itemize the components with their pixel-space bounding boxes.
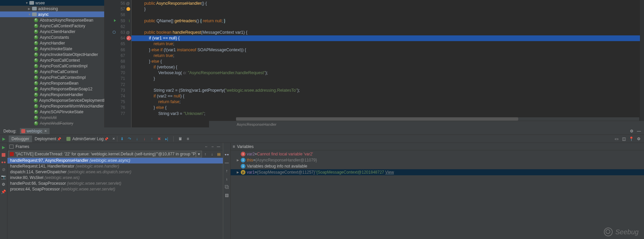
- rerun-button[interactable]: ▶: [0, 137, 7, 141]
- tree-class-item[interactable]: AsyncConstants: [0, 34, 104, 40]
- get-thread-dump-icon[interactable]: 📷: [1, 175, 6, 179]
- new-watch-icon[interactable]: 👓: [225, 152, 229, 157]
- expand-icon[interactable]: ▶: [237, 157, 241, 163]
- tree-class-item[interactable]: AsyncInvokeState: [0, 46, 104, 52]
- run-config-tab[interactable]: weblogic ✕: [20, 128, 50, 134]
- code-line[interactable]: Verbose.log( o: "AsyncResponseHandler.ha…: [131, 70, 644, 76]
- force-step-into-icon[interactable]: ↓: [142, 136, 147, 142]
- close-icon[interactable]: ✕: [112, 137, 115, 141]
- tree-class-item[interactable]: AsyncResponseBean: [0, 80, 104, 86]
- code-line[interactable]: String var3 = "Unknown";: [131, 111, 644, 117]
- layout-icon[interactable]: ▭: [614, 136, 619, 142]
- breakpoint-verified-icon[interactable]: [126, 36, 131, 40]
- code-line[interactable]: return false;: [131, 99, 644, 105]
- stack-frame-row[interactable]: handleRequest:97, AsyncResponseHandler (…: [7, 158, 223, 163]
- tree-class-item[interactable]: AsyncResponseServiceDeploymentListener: [0, 97, 104, 103]
- duplicate-watch-icon[interactable]: ⿻: [225, 185, 229, 189]
- tree-class-item[interactable]: AsyncPostCallContext: [0, 57, 104, 63]
- step-into-icon[interactable]: ↓: [134, 136, 140, 142]
- tree-class-item[interactable]: AsyncSOAPInvokeState: [0, 109, 104, 115]
- view-link[interactable]: View: [385, 170, 396, 175]
- stack-frame-row[interactable]: handleRequest:141, HandlerIterator (webl…: [7, 163, 223, 169]
- variable-row[interactable]: iVariables debug info not available: [231, 163, 644, 169]
- recursive-icon[interactable]: [113, 31, 116, 34]
- code-line[interactable]: if (verbose) {: [131, 64, 644, 70]
- tree-class-item[interactable]: AsyncInvokeStateObjectHandler: [0, 52, 104, 57]
- code-line[interactable]: public AsyncResponseHandler() {: [131, 1, 644, 6]
- code-line[interactable]: public QName[] getHeaders() { return nul…: [131, 18, 644, 24]
- tree-class-item[interactable]: AsyncUtil: [0, 115, 104, 120]
- pin-icon[interactable]: 📌: [1, 189, 6, 194]
- trace-icon[interactable]: ≡: [185, 136, 191, 142]
- restore-layout-icon[interactable]: ◫: [621, 136, 626, 142]
- code-line[interactable]: }: [131, 76, 644, 82]
- code-area[interactable]: public AsyncResponseHandler() { } public…: [131, 0, 644, 127]
- override-icon[interactable]: I: [129, 18, 130, 24]
- code-line[interactable]: } else {: [131, 59, 644, 64]
- move-down-icon[interactable]: ↓: [225, 177, 229, 181]
- tree-folder-async[interactable]: ▼ async: [0, 11, 104, 17]
- breadcrumb-item[interactable]: AsyncResponseHandler: [237, 122, 276, 126]
- breadcrumb-bar[interactable]: AsyncResponseHandler: [209, 121, 644, 127]
- settings-gear-icon[interactable]: ⚙: [636, 136, 641, 142]
- run-to-cursor-icon[interactable]: ▸|: [164, 136, 169, 142]
- hide-icon[interactable]: —: [216, 144, 221, 149]
- step-out-icon[interactable]: ↑: [149, 136, 154, 142]
- remove-watch-icon[interactable]: —: [225, 160, 229, 165]
- view-breakpoints-icon[interactable]: ●●: [1, 160, 6, 165]
- tree-class-item[interactable]: AsyncPreCallContext: [0, 69, 104, 74]
- tree-folder-addressing[interactable]: ▶ addressing: [0, 6, 104, 11]
- code-line[interactable]: return true;: [131, 53, 644, 59]
- filter-icon[interactable]: ▤: [215, 152, 222, 156]
- editor-error-stripe[interactable]: [640, 0, 644, 127]
- project-tree[interactable]: ▼ wsee ▶ addressing ▼ async AbstractAsyn…: [0, 0, 105, 127]
- stack-frame-row[interactable]: handlePost:66, SoapProcessor (weblogic.w…: [7, 181, 223, 186]
- code-line[interactable]: [131, 82, 644, 88]
- tree-class-item[interactable]: AsyncResponseHandler: [0, 92, 104, 97]
- tree-class-item[interactable]: AsyncResponseBeanSoap12: [0, 86, 104, 92]
- close-tab-icon[interactable]: ✕: [44, 129, 47, 133]
- drop-frame-icon[interactable]: ✖: [156, 136, 162, 142]
- resume-icon[interactable]: ▶: [1, 145, 6, 150]
- tree-class-item[interactable]: AsyncResponseWsrmWsscHandler: [0, 103, 104, 109]
- tree-class-item[interactable]: AsyncWsdlFactory: [0, 120, 104, 126]
- next-thread-icon[interactable]: ↓: [209, 152, 215, 156]
- scrollbar-thumb[interactable]: [236, 117, 518, 121]
- minimize-icon[interactable]: —: [637, 129, 641, 133]
- tab-debugger[interactable]: Debugger: [9, 136, 32, 142]
- variable-row[interactable]: !var2 = Cannot find local variable 'var2…: [231, 151, 644, 157]
- move-up-icon[interactable]: ↑: [225, 169, 229, 173]
- code-editor[interactable]: 56@575859I6263@6465666768697071727374757…: [105, 0, 644, 127]
- tree-class-item[interactable]: AbstractAsyncResponseBean: [0, 17, 104, 23]
- show-watches-icon[interactable]: ▤: [225, 193, 229, 198]
- tree-folder-wsee[interactable]: ▼ wsee: [0, 0, 104, 6]
- expand-icon[interactable]: ▶: [237, 169, 241, 175]
- code-line[interactable]: public boolean handleRequest(MessageCont…: [131, 30, 644, 35]
- evaluate-expression-icon[interactable]: 🖩: [178, 136, 183, 142]
- tree-class-item[interactable]: AsyncCallContextFactory: [0, 23, 104, 29]
- editor-gutter[interactable]: 56@575859I6263@6465666768697071727374757…: [105, 0, 131, 127]
- horizontal-scrollbar[interactable]: [236, 117, 639, 121]
- expand-icon[interactable]: ▶: [28, 7, 31, 10]
- code-line[interactable]: [131, 12, 644, 18]
- code-line[interactable]: if (var2 == null) {: [131, 93, 644, 99]
- tree-class-item[interactable]: AsyncClientHandler: [0, 29, 104, 34]
- implements-icon[interactable]: [114, 19, 116, 22]
- code-line[interactable]: return true;: [131, 41, 644, 47]
- step-over-icon[interactable]: ↷: [127, 136, 132, 142]
- code-line[interactable]: }: [131, 6, 644, 12]
- code-line[interactable]: if (var1 == null) {: [131, 35, 644, 41]
- stack-frame-row[interactable]: dispatch:114, ServerDispatcher (weblogic…: [7, 169, 223, 175]
- prev-frame-icon[interactable]: ←: [204, 144, 209, 149]
- mute-breakpoints-icon[interactable]: ⊘: [1, 167, 6, 172]
- variables-list[interactable]: !var2 = Cannot find local variable 'var2…: [231, 150, 644, 239]
- pin-tab-icon[interactable]: 📍: [628, 136, 634, 142]
- tab-adminserver-log[interactable]: AdminServer Log📌: [64, 136, 111, 142]
- collapse-icon[interactable]: ▼: [28, 13, 31, 16]
- code-line[interactable]: } else {: [131, 105, 644, 111]
- stack-frame-row[interactable]: process:44, SoapProcessor (weblogic.wsee…: [7, 186, 223, 192]
- thread-selector[interactable]: "[ACTIVE] ExecuteThread: '22' for queue:…: [8, 151, 196, 157]
- dropdown-arrow-icon[interactable]: ▾: [196, 151, 202, 157]
- settings-icon[interactable]: ⚙: [1, 182, 6, 187]
- tree-class-item[interactable]: AsyncPostCallContextImpl: [0, 63, 104, 69]
